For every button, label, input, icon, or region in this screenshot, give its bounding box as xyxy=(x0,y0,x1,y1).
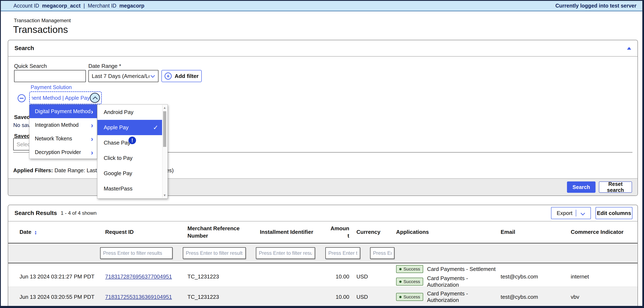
submenu-item-google-pay[interactable]: Google Pay xyxy=(98,166,162,181)
search-panel-header: Search xyxy=(8,40,638,57)
collapse-caret-icon[interactable] xyxy=(627,47,631,50)
cell-amount: 10.00 xyxy=(324,294,351,300)
chevron-up-toggle-icon[interactable] xyxy=(90,93,100,103)
col-header-applications: Applications xyxy=(394,228,499,236)
cell-currency: USD xyxy=(351,294,394,300)
button-divider xyxy=(576,210,576,216)
chevron-right-icon: › xyxy=(91,122,93,129)
search-button[interactable]: Search xyxy=(567,181,596,193)
submenu-item-click-to-pay[interactable]: Click to Pay xyxy=(98,151,162,166)
menu-item-network-tokens[interactable]: Network Tokens › xyxy=(30,132,97,146)
date-range-value: Last 7 Days (America/Los_Angeles) xyxy=(92,73,150,79)
status-dot-icon xyxy=(399,268,402,270)
breadcrumb: Transaction Management xyxy=(14,18,71,23)
remove-filter-button[interactable] xyxy=(18,94,26,102)
chevron-down-icon[interactable] xyxy=(580,211,585,215)
cell-applications: Success Card Payments - Authorization xyxy=(394,289,499,305)
sort-icon[interactable]: ▲▼ xyxy=(34,230,37,235)
cell-commerce-indicator: internet xyxy=(566,273,638,280)
submenu-item-apple-pay[interactable]: Apple Pay ✓ xyxy=(98,120,162,135)
export-button[interactable]: Export xyxy=(551,207,591,219)
request-id-link[interactable]: 7183172876956377004951 xyxy=(105,273,172,280)
table-filter-row xyxy=(8,243,638,263)
edit-columns-button[interactable]: Edit columns xyxy=(596,207,632,219)
status-dot-icon xyxy=(399,296,402,298)
scroll-up-icon[interactable]: ▲ xyxy=(162,105,167,110)
table-row-partial[interactable] xyxy=(8,307,638,308)
applied-filters-label: Applied Filters: xyxy=(13,167,53,173)
chevron-right-icon: › xyxy=(91,149,93,156)
top-bar: Account ID megacorp_acct | Merchant ID m… xyxy=(1,1,642,11)
cell-merchant-reference: TC_1231223 xyxy=(182,294,254,300)
col-header-date[interactable]: Date▲▼ xyxy=(14,228,100,236)
status-badge: Success xyxy=(396,293,423,301)
merchant-id-value: megacorp xyxy=(119,3,144,9)
plus-circle-icon: + xyxy=(164,72,172,80)
application-label: Card Payments - Settlement xyxy=(427,266,496,272)
application-label: Card Payments - Authorization xyxy=(427,275,499,288)
cell-applications: Success Card Payments - Settlement Succe… xyxy=(394,263,499,290)
chevron-right-icon: › xyxy=(91,108,93,115)
chip-value: Digital Payment Method | Apple Pay xyxy=(32,95,90,101)
col-header-installment-identifier: Installment Identifier xyxy=(254,228,324,236)
submenu-item-android-pay[interactable]: Android Pay xyxy=(98,105,162,120)
filter-input-amount[interactable] xyxy=(325,247,360,259)
app-window: Account ID megacorp_acct | Merchant ID m… xyxy=(0,0,644,308)
search-panel-title: Search xyxy=(14,45,34,52)
col-header-currency: Currency xyxy=(351,228,394,236)
col-header-email: Email xyxy=(499,228,566,236)
results-header: Search Results 1 - 4 of 4 shown Export E… xyxy=(8,205,638,221)
export-label: Export xyxy=(557,210,572,216)
payment-method-submenu: Android Pay Apple Pay ✓ Chase Pay Click … xyxy=(97,104,168,199)
cell-date: Jun 13 2024 03:21:27 PM PDT xyxy=(14,273,100,280)
account-id-value: megacorp_acct xyxy=(42,3,80,9)
col-header-merchant-reference-number: Merchant Reference Number xyxy=(182,225,254,239)
results-count: 1 - 4 of 4 shown xyxy=(61,210,96,216)
cell-email: test@cybs.com xyxy=(499,294,566,300)
filter-input-merchant-reference[interactable] xyxy=(183,247,246,259)
col-header-amount: Amount xyxy=(324,225,351,239)
results-title: Search Results xyxy=(14,210,57,216)
status-badge: Success xyxy=(396,265,423,273)
merchant-id-label: Merchant ID xyxy=(88,3,116,9)
cell-date: Jun 13 2024 03:20:55 PM PDT xyxy=(14,294,100,300)
chevron-down-icon xyxy=(150,73,155,78)
cell-amount: 10.00 xyxy=(324,273,351,280)
application-label: Card Payments - Authorization xyxy=(427,290,499,304)
status-badge: Success xyxy=(396,278,423,286)
menu-item-integration-method[interactable]: Integration Method › xyxy=(30,118,97,132)
cell-merchant-reference: TC_1231223 xyxy=(182,273,254,280)
col-header-request-id: Request ID xyxy=(100,228,182,236)
submenu-scrollbar[interactable]: ▲ ▼ xyxy=(162,105,167,198)
alert-icon: ! xyxy=(128,137,136,144)
filter-input-installment-identifier[interactable] xyxy=(256,247,315,259)
cell-currency: USD xyxy=(351,273,394,280)
scrollbar-thumb[interactable] xyxy=(163,111,166,147)
add-filter-label: Add filter xyxy=(175,73,198,79)
col-header-commerce-indicator: Commerce Indicator xyxy=(566,228,638,236)
payment-solution-label: Payment Solution xyxy=(31,84,72,90)
filter-input-currency[interactable] xyxy=(370,247,394,259)
search-results-panel: Search Results 1 - 4 of 4 shown Export E… xyxy=(8,205,638,308)
table-row[interactable]: Jun 13 2024 03:20:55 PM PDT 718317255313… xyxy=(8,287,638,307)
checkmark-icon: ✓ xyxy=(153,124,158,131)
request-id-link[interactable]: 7183172553136369104951 xyxy=(105,294,172,300)
menu-item-decryption-provider[interactable]: Decryption Provider › xyxy=(30,146,97,159)
payment-solution-chip[interactable]: Digital Payment Method | Apple Pay xyxy=(29,91,102,104)
date-range-select[interactable]: Last 7 Days (America/Los_Angeles) xyxy=(88,70,158,82)
filter-category-menu: Digital Payment Method › Integration Met… xyxy=(29,104,97,159)
separator: | xyxy=(84,3,85,9)
account-merchant-info: Account ID megacorp_acct | Merchant ID m… xyxy=(14,3,144,9)
scroll-down-icon[interactable]: ▼ xyxy=(162,192,167,198)
reset-search-button[interactable]: Reset search xyxy=(599,181,632,193)
quick-search-input[interactable] xyxy=(14,70,86,82)
account-id-label: Account ID xyxy=(14,3,39,9)
submenu-item-masterpass[interactable]: MasterPass xyxy=(98,181,162,196)
table-row[interactable]: Jun 13 2024 03:21:27 PM PDT 718317287695… xyxy=(8,263,638,287)
filter-input-request-id[interactable] xyxy=(100,247,172,259)
menu-item-digital-payment-method[interactable]: Digital Payment Method › xyxy=(30,105,97,118)
cell-email: test@cybs.com xyxy=(499,273,566,280)
date-range-label: Date Range * xyxy=(88,63,121,69)
table-header-row: Date▲▼ Request ID Merchant Reference Num… xyxy=(8,221,638,243)
add-filter-button[interactable]: + Add filter xyxy=(162,70,202,82)
